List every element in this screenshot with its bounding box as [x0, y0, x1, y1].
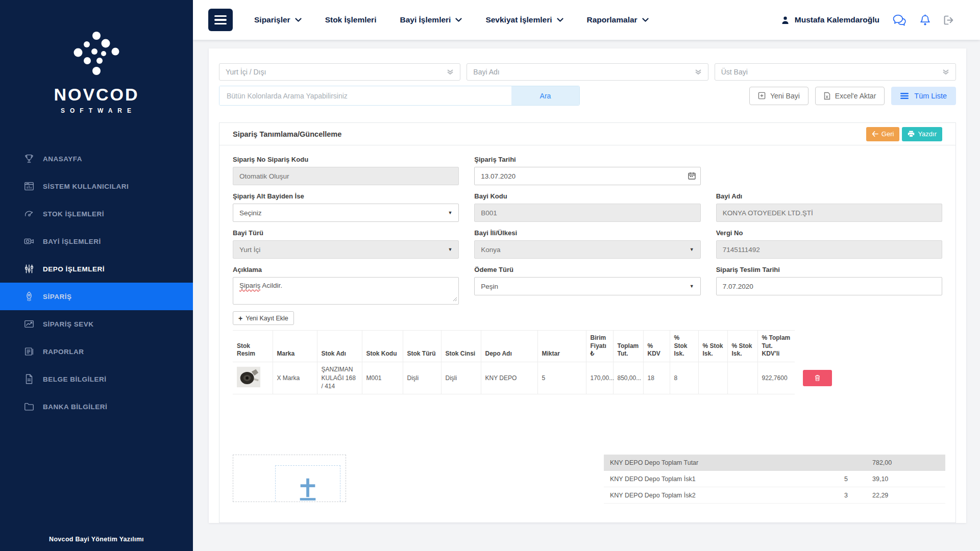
hamburger-menu-button[interactable] [208, 9, 233, 31]
chevron-down-icon [642, 18, 649, 22]
summary-label: KNY DEPO Depo Toplam İsk2 [610, 492, 844, 499]
sidebar-item-label: BANKA BİLGİLERİ [43, 403, 107, 411]
new-dealer-label: Yeni Bayi [770, 92, 800, 100]
col-header: % Toplam Tut. KDV'li [757, 331, 795, 362]
sub-dealer-select[interactable]: Seçiniz ▼ [233, 204, 459, 222]
col-header: Stok Türü [403, 331, 441, 362]
nav-item-raporlamalar[interactable]: Raporlamalar [587, 15, 649, 24]
dealer-type-value: Yurt İçi [239, 246, 260, 254]
print-label: Yazdır [918, 130, 937, 138]
order-date-field: Şipariş Tarihi [474, 156, 700, 185]
topbar: Siparişler Stok İşlemleri Bayi İşlemleri… [193, 0, 980, 40]
nav-item-siparisler[interactable]: Siparişler [254, 15, 302, 24]
chevron-down-icon [557, 18, 564, 22]
sidebar-item-anasayfa[interactable]: ANASAYFA [0, 145, 193, 172]
sub-dealer-field: Şipariş Alt Bayiden İse Seçiniz ▼ [233, 192, 459, 222]
logout-button[interactable] [944, 15, 954, 25]
summary-row-isk1: KNY DEPO Depo Toplam İsk1 5 39,10 [604, 471, 945, 487]
add-record-label: Yeni Kayıt Ekle [246, 315, 288, 322]
excel-file-icon [824, 92, 830, 100]
dealer-filter-select[interactable]: Bayi Adı [467, 63, 708, 81]
chat-icon [893, 14, 906, 26]
brand-subtitle: SOFTWARE [0, 107, 193, 114]
brand-logo: NOVCOD SOFTWARE [0, 0, 193, 114]
dealer-code-label: Bayi Kodu [474, 192, 700, 200]
user-icon [781, 16, 790, 24]
resize-grip-icon[interactable] [453, 295, 457, 303]
search-button[interactable]: Ara [511, 86, 579, 105]
description-textarea[interactable]: Şipariş Acildir. [233, 277, 459, 305]
parent-dealer-filter-select[interactable]: Üst Bayi [715, 63, 956, 81]
sidebar-item-belge-bilgileri[interactable]: BELGE BİLGİLERİ [0, 365, 193, 393]
depo-adi-cell: KNY DEPO [481, 362, 537, 394]
order-date-label: Şipariş Tarihi [474, 156, 700, 163]
dealer-code-field: Bayi Kodu [474, 192, 700, 222]
tax-no-field: Vergi No [716, 229, 942, 259]
full-list-button[interactable]: Tüm Liste [891, 87, 956, 105]
delete-row-button[interactable] [803, 370, 832, 386]
col-header: Birim Fiyatı ₺ [586, 331, 613, 362]
toplam-kdvli-cell: 922,7600 [757, 362, 795, 394]
list-icon [900, 93, 909, 99]
sidebar-item-banka-bilgileri[interactable]: BANKA BİLGİLERİ [0, 393, 193, 420]
sidebar-item-label: BAYİ İŞLEMLERİ [43, 238, 101, 245]
order-date-input[interactable] [474, 167, 700, 185]
sidebar-item-stok-islemleri[interactable]: STOK İŞLEMLERİ [0, 200, 193, 228]
sidebar-item-siparis-sevk[interactable]: SİPARİŞ SEVK [0, 310, 193, 338]
back-button[interactable]: Geri [866, 127, 900, 141]
dealer-type-select: Yurt İçi ▼ [233, 240, 459, 259]
panel-header: Sipariş Tanımlama/Güncelleme Geri Yazdır [219, 123, 955, 145]
table-row: X Marka ŞANZIMAN KULAĞI 168 / 414 M001 D… [233, 362, 942, 394]
export-excel-label: Excel'e Aktar [835, 92, 876, 100]
caret-down-icon: ▼ [448, 210, 452, 215]
brand-name: NOVCOD [0, 85, 193, 105]
export-excel-button[interactable]: Excel'e Aktar [815, 87, 885, 105]
dealer-name-field: Bayi Adı [716, 192, 942, 222]
add-record-button[interactable]: + Yeni Kayıt Ekle [233, 311, 294, 325]
nav-item-label: Stok İşlemleri [325, 15, 377, 24]
full-list-label: Tüm Liste [914, 92, 947, 100]
messages-button[interactable] [893, 14, 906, 26]
nav-item-bayi-islemleri[interactable]: Bayi İşlemleri [400, 15, 462, 24]
summary-row-isk2: KNY DEPO Depo Toplam İsk2 3 22,29 [604, 487, 945, 504]
calendar-icon[interactable] [688, 172, 696, 182]
dealer-type-label: Bayi Türü [233, 229, 459, 237]
dealer-city-field: Bayi İli/Ülkesi Konya ▼ [474, 229, 700, 259]
print-button[interactable]: Yazdır [902, 127, 942, 141]
sidebar-item-bayi-islemleri[interactable]: BAYİ İŞLEMLERİ [0, 228, 193, 255]
file-icon [23, 373, 35, 385]
list-actions: Yeni Bayi Excel'e Aktar Tüm Liste [749, 87, 956, 105]
delivery-date-input[interactable] [716, 277, 942, 295]
marka-cell: X Marka [273, 362, 317, 394]
nav-item-stok-islemleri[interactable]: Stok İşlemleri [325, 15, 377, 24]
nav-item-sevkiyat-islemleri[interactable]: Sevkiyat İşlemleri [485, 15, 563, 24]
sidebar-item-sistem-kullanicilari[interactable]: SİSTEM KULLANICILARI [0, 172, 193, 200]
region-filter-select[interactable]: Yurt İçi / Dışı [219, 63, 460, 81]
payment-type-select[interactable]: Peşin ▼ [474, 277, 700, 295]
sidebar-item-label: BELGE BİLGİLERİ [43, 375, 107, 383]
stock-image-cell [233, 362, 273, 394]
sidebar-item-depo-islemleri[interactable]: DEPO İŞLEMLERİ [0, 255, 193, 283]
image-upload-area[interactable] [233, 455, 346, 502]
new-dealer-button[interactable]: Yeni Bayi [749, 87, 808, 105]
caret-down-icon: ▼ [690, 284, 694, 289]
sidebar-item-siparis[interactable]: SİPARİŞ [0, 283, 193, 310]
plus-square-icon [758, 92, 766, 99]
stok-cinsi-cell: Dişli [441, 362, 481, 394]
sidebar-item-label: ANASAYFA [43, 155, 82, 163]
tax-no-label: Vergi No [716, 229, 942, 237]
notifications-button[interactable] [920, 14, 930, 26]
stok-adi-cell: ŞANZIMAN KULAĞI 168 / 414 [317, 362, 362, 394]
plus-icon: + [238, 314, 242, 322]
image-upload-dropzone[interactable] [275, 465, 340, 502]
search-input[interactable] [219, 86, 511, 105]
dealer-type-field: Bayi Türü Yurt İçi ▼ [233, 229, 459, 259]
sub-dealer-label: Şipariş Alt Bayiden İse [233, 192, 459, 200]
sidebar-item-raporlar[interactable]: RAPORLAR [0, 338, 193, 365]
delivery-date-label: Sipariş Teslim Tarihi [716, 266, 942, 273]
user-menu[interactable]: Mustafa Kalemdaroğlu [781, 15, 879, 24]
gauge-icon [23, 208, 35, 219]
description-text: Acildir. [260, 282, 282, 289]
panel-title: Sipariş Tanımlama/Güncelleme [233, 130, 341, 138]
search-box: Ara [219, 86, 580, 106]
